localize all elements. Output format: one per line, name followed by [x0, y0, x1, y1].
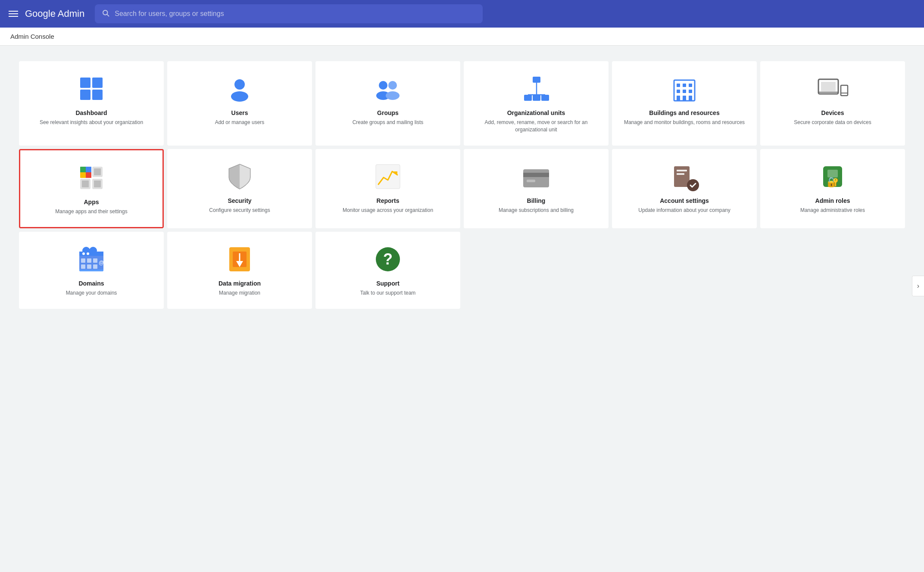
grid-item-title-devices: Devices — [821, 109, 844, 116]
grid-item-org-units[interactable]: Organizational unitsAdd, remove, rename,… — [464, 61, 609, 146]
buildings-icon — [671, 75, 698, 103]
svg-rect-19 — [677, 84, 680, 87]
admin-grid: DashboardSee relevant insights about you… — [17, 59, 907, 311]
svg-rect-14 — [533, 95, 540, 101]
grid-item-data-migration[interactable]: Data migrationManage migration — [167, 232, 312, 309]
search-icon — [102, 9, 109, 19]
grid-item-desc-org-units: Add, remove, rename, move or search for … — [471, 119, 602, 134]
grid-item-title-account-settings: Account settings — [660, 197, 709, 204]
grid-item-desc-dashboard: See relevant insights about your organiz… — [40, 119, 143, 126]
grid-item-title-data-migration: Data migration — [219, 280, 261, 287]
svg-point-11 — [386, 91, 400, 100]
support-icon: ? — [374, 246, 402, 273]
grid-item-desc-billing: Manage subscriptions and billing — [499, 207, 574, 214]
grid-item-desc-devices: Secure corporate data on devices — [794, 119, 871, 126]
main-content: DashboardSee relevant insights about you… — [0, 46, 924, 324]
grid-item-groups[interactable]: GroupsCreate groups and mailing lists — [315, 61, 460, 146]
account-settings-icon — [671, 163, 698, 190]
domains-icon: @ @ @ — [78, 246, 105, 273]
grid-item-desc-data-migration: Manage migration — [219, 289, 260, 297]
grid-item-apps[interactable]: AppsManage apps and their settings — [19, 149, 164, 229]
app-header: Google Admin — [0, 0, 924, 28]
grid-item-devices[interactable]: DevicesSecure corporate data on devices — [760, 61, 905, 146]
svg-rect-46 — [523, 169, 549, 187]
grid-item-users[interactable]: UsersAdd or manage users — [167, 61, 312, 146]
svg-rect-41 — [82, 180, 89, 187]
menu-icon[interactable] — [9, 11, 18, 17]
svg-point-67 — [82, 252, 85, 255]
grid-item-desc-apps: Manage apps and their settings — [55, 208, 127, 215]
apps-icon — [78, 164, 105, 192]
grid-item-reports[interactable]: ReportsMonitor usage across your organiz… — [315, 149, 460, 229]
dashboard-icon — [78, 75, 105, 103]
grid-item-desc-reports: Monitor usage across your organization — [343, 207, 433, 214]
svg-rect-43 — [94, 180, 101, 187]
data-migration-icon — [226, 246, 253, 273]
svg-rect-35 — [86, 167, 91, 172]
grid-item-title-groups: Groups — [377, 109, 399, 116]
svg-rect-74 — [93, 264, 97, 269]
billing-icon — [522, 163, 550, 190]
svg-text:?: ? — [383, 250, 393, 268]
svg-rect-48 — [527, 180, 535, 182]
grid-item-support[interactable]: ? SupportTalk to our support team — [315, 232, 460, 309]
svg-point-7 — [231, 91, 248, 102]
grid-item-desc-support: Talk to our support team — [360, 289, 416, 297]
grid-item-title-org-units: Organizational units — [507, 109, 565, 116]
grid-item-domains[interactable]: @ @ @ DomainsManage your domains — [19, 232, 164, 309]
grid-item-billing[interactable]: BillingManage subscriptions and billing — [464, 149, 609, 229]
devices-icon — [819, 75, 846, 103]
svg-rect-12 — [533, 77, 540, 83]
svg-rect-27 — [689, 96, 692, 101]
grid-item-desc-domains: Manage your domains — [66, 289, 117, 297]
grid-item-dashboard[interactable]: DashboardSee relevant insights about you… — [19, 61, 164, 146]
svg-rect-36 — [80, 172, 86, 178]
grid-item-desc-account-settings: Update information about your company — [638, 207, 730, 214]
svg-rect-32 — [821, 82, 836, 91]
svg-rect-34 — [80, 167, 86, 172]
svg-rect-37 — [86, 172, 91, 178]
svg-rect-20 — [683, 84, 686, 87]
grid-item-desc-admin-roles: Manage administrative roles — [800, 207, 865, 214]
grid-item-title-security: Security — [228, 197, 251, 204]
svg-rect-73 — [87, 264, 91, 269]
security-icon — [226, 163, 253, 190]
svg-rect-22 — [677, 90, 680, 93]
grid-item-title-admin-roles: Admin roles — [815, 197, 850, 204]
grid-item-buildings[interactable]: Buildings and resourcesManage and monito… — [612, 61, 757, 146]
grid-item-title-buildings: Buildings and resources — [649, 109, 719, 116]
svg-rect-47 — [523, 173, 549, 177]
sub-header: Admin Console — [0, 28, 924, 46]
svg-rect-39 — [94, 168, 101, 175]
reports-icon — [374, 163, 402, 190]
search-input[interactable] — [115, 10, 476, 18]
svg-rect-13 — [524, 95, 532, 101]
svg-rect-51 — [677, 170, 687, 171]
svg-rect-71 — [93, 258, 97, 263]
grid-item-desc-groups: Create groups and mailing lists — [353, 119, 424, 126]
grid-item-desc-buildings: Manage and monitor buildings, rooms and … — [624, 119, 745, 126]
grid-item-security[interactable]: SecurityConfigure security settings — [167, 149, 312, 229]
grid-item-desc-users: Add or manage users — [215, 119, 265, 126]
grid-item-title-users: Users — [231, 109, 248, 116]
grid-item-title-support: Support — [376, 280, 400, 287]
grid-item-admin-roles[interactable]: 🔐 Admin rolesManage administrative roles — [760, 149, 905, 229]
expand-panel-button[interactable]: › — [912, 276, 924, 296]
svg-rect-70 — [87, 258, 91, 263]
svg-rect-23 — [683, 90, 686, 93]
grid-item-account-settings[interactable]: Account settingsUpdate information about… — [612, 149, 757, 229]
svg-rect-69 — [81, 258, 85, 263]
svg-point-6 — [234, 79, 245, 90]
svg-point-10 — [388, 81, 397, 90]
breadcrumb-title: Admin Console — [10, 33, 54, 40]
svg-rect-15 — [541, 95, 549, 101]
groups-icon — [374, 75, 402, 103]
svg-rect-72 — [81, 264, 85, 269]
grid-item-title-billing: Billing — [527, 197, 546, 204]
svg-rect-44 — [376, 165, 400, 189]
svg-rect-25 — [677, 96, 680, 101]
svg-text:🔐: 🔐 — [827, 176, 839, 188]
svg-rect-52 — [677, 173, 684, 175]
search-bar — [95, 4, 483, 23]
grid-item-title-dashboard: Dashboard — [75, 109, 107, 116]
